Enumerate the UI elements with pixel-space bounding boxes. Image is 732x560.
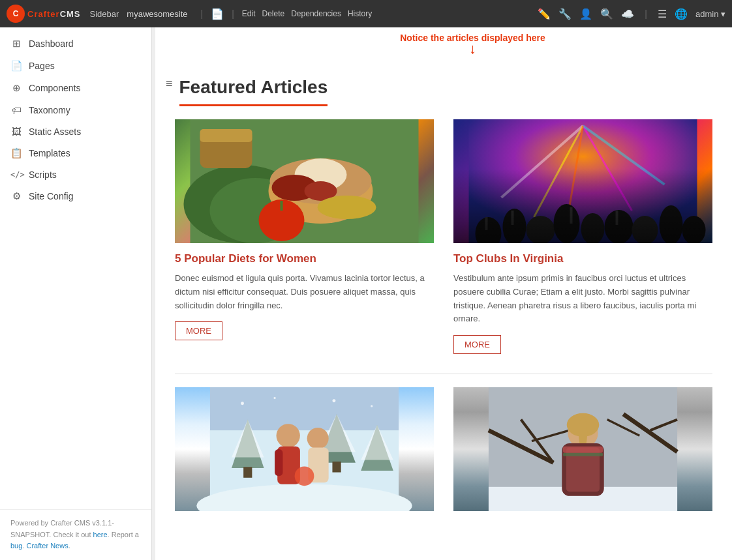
sidebar-toggle[interactable]: Sidebar (90, 9, 119, 19)
annotation-area: Notice the articles displayed here ↓ (155, 27, 732, 66)
svg-point-19 (476, 217, 502, 243)
svg-point-51 (332, 399, 335, 402)
sidebar-footer: Powered by Crafter CMS v3.1.1-SNAPSHOT. … (0, 509, 151, 560)
dashboard-icon: ⊞ (10, 38, 22, 50)
sidebar-items: ⊞ Dashboard 📄 Pages ⊕ Components 🏷 Taxon… (0, 27, 151, 509)
top-nav-icons: ✏️ 🔧 👤 🔍 ☁️ | ☰ 🌐 admin ▾ (538, 8, 725, 20)
site-config-icon: ⚙ (10, 190, 22, 202)
logo-icon: C (7, 5, 25, 23)
article-card-snow-couple (175, 387, 434, 520)
sidebar-item-label: Taxonomy (29, 105, 70, 115)
sidebar-item-templates[interactable]: 📋 Templates (0, 142, 151, 164)
pages-icon: 📄 (10, 60, 22, 72)
taxonomy-icon: 🏷 (10, 104, 22, 115)
dependencies-action[interactable]: Dependencies (291, 9, 341, 18)
sidebar-item-label: Pages (29, 61, 55, 71)
footer-here-link[interactable]: here (93, 531, 108, 538)
svg-rect-12 (200, 129, 252, 142)
articles-grid-row2 (155, 387, 732, 540)
sidebar-item-static-assets[interactable]: 🖼 Static Assets (0, 121, 151, 142)
sidebar-item-dashboard[interactable]: ⊞ Dashboard (0, 33, 151, 55)
divider-3: | (645, 8, 647, 19)
svg-point-23 (581, 213, 605, 243)
globe-icon[interactable]: 🌐 (675, 8, 688, 20)
sidebar-item-scripts[interactable]: </> Scripts (0, 164, 151, 185)
sidebar-item-label: Dashboard (29, 38, 74, 49)
article-card-clubs: Top Clubs In Virginia Vestibulum ante ip… (453, 119, 712, 354)
person-icon[interactable]: 👤 (579, 8, 592, 20)
components-icon: ⊕ (10, 82, 22, 94)
divider-2: | (232, 8, 234, 19)
svg-rect-13 (469, 119, 697, 243)
svg-rect-29 (511, 211, 514, 225)
main-content: Notice the articles displayed here ↓ ≡ F… (155, 27, 732, 560)
footer-middle: . Report a (108, 531, 139, 538)
edit-action[interactable]: Edit (242, 9, 256, 18)
divider-1: | (201, 8, 204, 19)
svg-point-50 (273, 397, 275, 399)
section-divider (175, 374, 712, 374)
footer-news-link[interactable]: Crafter News (26, 542, 68, 550)
more-button-clubs[interactable]: MORE (453, 335, 501, 354)
svg-rect-35 (243, 467, 252, 478)
svg-rect-31 (616, 211, 618, 225)
svg-rect-66 (563, 447, 603, 453)
annotation-arrow: ↓ (400, 40, 545, 57)
sidebar-item-taxonomy[interactable]: 🏷 Taxonomy (0, 99, 151, 121)
svg-point-27 (682, 216, 706, 243)
footer-period: . (69, 542, 70, 550)
article-card-diets: 5 Popular Diets for Women Donec euismod … (175, 119, 434, 354)
menu-icon[interactable]: ☰ (658, 8, 667, 20)
svg-rect-67 (563, 453, 603, 456)
more-button-diets[interactable]: MORE (175, 321, 222, 340)
admin-button[interactable]: admin ▾ (695, 9, 725, 19)
search-icon[interactable]: 🔍 (600, 8, 613, 20)
logo[interactable]: C CrafterCMS (7, 5, 81, 23)
nav-actions: Edit Delete Dependencies History (242, 9, 372, 18)
article-title-clubs: Top Clubs In Virginia (453, 252, 712, 265)
svg-point-49 (241, 402, 244, 405)
svg-point-43 (277, 424, 300, 447)
wrench-icon[interactable]: 🔧 (558, 8, 572, 20)
sidebar-item-label: Site Config (29, 191, 73, 201)
featured-articles-title: Featured Articles (179, 77, 328, 106)
svg-rect-28 (485, 217, 488, 230)
scripts-icon: </> (10, 170, 22, 179)
article-excerpt-diets: Donec euismod et ligula quis porta. Viva… (175, 272, 434, 312)
winter-woman-image (453, 387, 712, 511)
club-image (453, 119, 712, 243)
sidebar-item-label: Scripts (29, 169, 57, 180)
footer-bug-link[interactable]: bug (10, 542, 22, 550)
history-action[interactable]: History (348, 9, 372, 18)
svg-rect-45 (275, 449, 282, 476)
content-hamburger-icon[interactable]: ≡ (166, 77, 173, 91)
article-image-winter-woman (453, 387, 712, 511)
sidebar-item-label: Templates (29, 148, 70, 158)
top-navigation: C CrafterCMS Sidebar myawesomesite | 📄 |… (0, 0, 732, 27)
sidebar-item-pages[interactable]: 📄 Pages (0, 55, 151, 77)
svg-rect-9 (281, 201, 283, 211)
svg-point-52 (371, 405, 373, 407)
sidebar-item-site-config[interactable]: ⚙ Site Config (0, 185, 151, 207)
svg-point-26 (660, 205, 683, 243)
svg-point-20 (503, 209, 526, 243)
delete-action[interactable]: Delete (262, 9, 285, 18)
document-icon[interactable]: 📄 (211, 8, 224, 20)
site-name[interactable]: myawesomesite (127, 9, 187, 19)
snow-couple-image (175, 387, 434, 511)
pencil-icon[interactable]: ✏️ (538, 8, 551, 20)
sidebar-item-components[interactable]: ⊕ Components (0, 77, 151, 99)
article-image-clubs (453, 119, 712, 243)
food-image (175, 119, 434, 243)
svg-point-25 (632, 216, 658, 243)
templates-icon: 📋 (10, 147, 22, 159)
svg-point-24 (605, 210, 633, 243)
page-header: ≡ Featured Articles (155, 66, 732, 119)
sidebar-item-label: Components (29, 83, 80, 93)
article-title-diets: 5 Popular Diets for Women (175, 252, 434, 265)
article-image-diets (175, 119, 434, 243)
annotation-text: Notice the articles displayed here ↓ (400, 33, 545, 57)
cloud-icon[interactable]: ☁️ (621, 8, 634, 20)
article-image-snow-couple (175, 387, 434, 511)
sidebar: ⊞ Dashboard 📄 Pages ⊕ Components 🏷 Taxon… (0, 27, 152, 560)
